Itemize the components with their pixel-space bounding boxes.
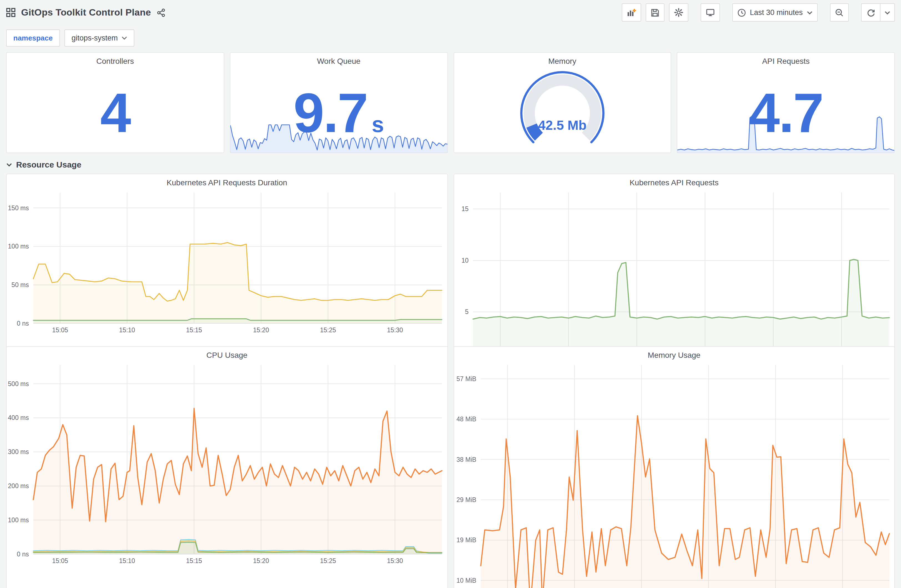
svg-text:15:30: 15:30 bbox=[387, 327, 403, 334]
dashboard-settings-button[interactable] bbox=[669, 3, 688, 22]
svg-text:15:10: 15:10 bbox=[119, 557, 135, 565]
svg-text:50 ms: 50 ms bbox=[11, 281, 29, 288]
svg-text:300 ms: 300 ms bbox=[8, 448, 29, 456]
panel-controllers: Controllers 4 bbox=[6, 52, 224, 153]
chevron-down-icon bbox=[122, 36, 127, 40]
dashboard-grid-icon[interactable] bbox=[6, 8, 16, 17]
svg-text:15:15: 15:15 bbox=[186, 557, 202, 565]
add-panel-button[interactable] bbox=[622, 3, 641, 22]
clock-icon bbox=[737, 8, 746, 17]
panel-cpu-usage: CPU Usage 0 ns100 ms200 ms300 ms400 ms50… bbox=[6, 346, 448, 588]
svg-text:15:20: 15:20 bbox=[253, 557, 269, 565]
share-icon[interactable] bbox=[157, 8, 165, 17]
panel-title[interactable]: API Requests bbox=[678, 53, 895, 65]
chevron-down-icon bbox=[6, 162, 12, 167]
svg-text:15:25: 15:25 bbox=[320, 327, 336, 334]
panel-title[interactable]: Memory bbox=[454, 53, 671, 65]
panel-title[interactable]: Kubernetes API Requests bbox=[454, 174, 894, 187]
panel-title[interactable]: Work Queue bbox=[231, 53, 447, 65]
svg-text:38 MiB: 38 MiB bbox=[456, 456, 476, 463]
svg-text:19 MiB: 19 MiB bbox=[456, 537, 476, 544]
save-dashboard-button[interactable] bbox=[645, 3, 664, 22]
dashboard-header: GitOps Toolkit Control Plane bbox=[0, 0, 901, 25]
refresh-interval-button[interactable] bbox=[880, 3, 895, 22]
api-requests-value: 4.7 bbox=[678, 85, 895, 140]
controllers-value: 4 bbox=[7, 85, 224, 140]
svg-text:5: 5 bbox=[465, 308, 468, 315]
graph-row-2: CPU Usage 0 ns100 ms200 ms300 ms400 ms50… bbox=[6, 346, 895, 572]
time-range-picker[interactable]: Last 30 minutes bbox=[732, 3, 818, 22]
section-title: Resource Usage bbox=[16, 160, 81, 169]
variables-row: namespace gitops-system bbox=[0, 25, 901, 52]
svg-text:500 ms: 500 ms bbox=[8, 380, 29, 387]
svg-text:29 MiB: 29 MiB bbox=[456, 496, 476, 503]
svg-text:200 ms: 200 ms bbox=[8, 482, 29, 490]
tv-mode-button[interactable] bbox=[700, 3, 720, 22]
memory-gauge-value: 42.5 Mb bbox=[538, 118, 586, 132]
svg-text:15:05: 15:05 bbox=[52, 327, 68, 334]
stat-row: Controllers 4 Work Queue 9.7s Memory bbox=[6, 52, 895, 153]
svg-text:57 MiB: 57 MiB bbox=[456, 375, 476, 383]
svg-text:15:10: 15:10 bbox=[119, 327, 135, 334]
svg-text:0 ns: 0 ns bbox=[17, 320, 29, 327]
dashboard-toolbar: Last 30 minutes bbox=[622, 3, 895, 22]
panel-memory-usage: Memory Usage 0 B10 MiB19 MiB29 MiB38 MiB… bbox=[453, 346, 895, 588]
panel-title[interactable]: Controllers bbox=[7, 53, 224, 65]
panel-title[interactable]: CPU Usage bbox=[7, 347, 447, 359]
variable-label-namespace[interactable]: namespace bbox=[6, 30, 60, 47]
work-queue-value: 9.7s bbox=[231, 85, 447, 140]
cpu-chart[interactable]: 0 ns100 ms200 ms300 ms400 ms500 ms15:051… bbox=[7, 359, 447, 588]
svg-text:15:25: 15:25 bbox=[320, 557, 336, 565]
chevron-down-icon bbox=[807, 10, 813, 15]
memory-gauge: 42.5 Mb bbox=[454, 65, 671, 152]
grafana-dashboard: GitOps Toolkit Control Plane bbox=[0, 0, 901, 588]
svg-text:15:30: 15:30 bbox=[387, 557, 403, 565]
page-title: GitOps Toolkit Control Plane bbox=[21, 7, 151, 18]
graph-row-1: Kubernetes API Requests Duration 0 ns50 … bbox=[6, 174, 895, 342]
panel-title[interactable]: Kubernetes API Requests Duration bbox=[7, 174, 447, 187]
memory-chart[interactable]: 0 B10 MiB19 MiB29 MiB38 MiB48 MiB57 MiB1… bbox=[454, 359, 894, 588]
svg-text:15:20: 15:20 bbox=[253, 327, 269, 334]
svg-text:400 ms: 400 ms bbox=[8, 414, 29, 421]
svg-text:15:05: 15:05 bbox=[52, 557, 68, 565]
svg-text:150 ms: 150 ms bbox=[8, 204, 29, 212]
svg-text:48 MiB: 48 MiB bbox=[456, 415, 476, 423]
panel-title[interactable]: Memory Usage bbox=[454, 347, 894, 359]
namespace-select[interactable]: gitops-system bbox=[64, 30, 135, 47]
zoom-out-button[interactable] bbox=[830, 3, 849, 22]
svg-text:15:15: 15:15 bbox=[186, 327, 202, 334]
svg-text:100 ms: 100 ms bbox=[8, 516, 29, 524]
svg-text:10: 10 bbox=[461, 257, 468, 264]
svg-text:0 ns: 0 ns bbox=[17, 551, 29, 558]
work-queue-unit: s bbox=[372, 113, 384, 135]
panel-memory: Memory 42.5 Mb bbox=[453, 52, 672, 153]
panel-work-queue: Work Queue 9.7s bbox=[230, 52, 448, 153]
svg-text:15: 15 bbox=[461, 205, 468, 212]
svg-text:10 MiB: 10 MiB bbox=[456, 577, 476, 584]
panel-api-requests: API Requests 4.7 bbox=[677, 52, 895, 153]
time-range-label: Last 30 minutes bbox=[750, 8, 803, 17]
section-resource-usage[interactable]: Resource Usage bbox=[6, 160, 895, 169]
svg-text:100 ms: 100 ms bbox=[8, 243, 29, 250]
refresh-button[interactable] bbox=[861, 3, 880, 22]
